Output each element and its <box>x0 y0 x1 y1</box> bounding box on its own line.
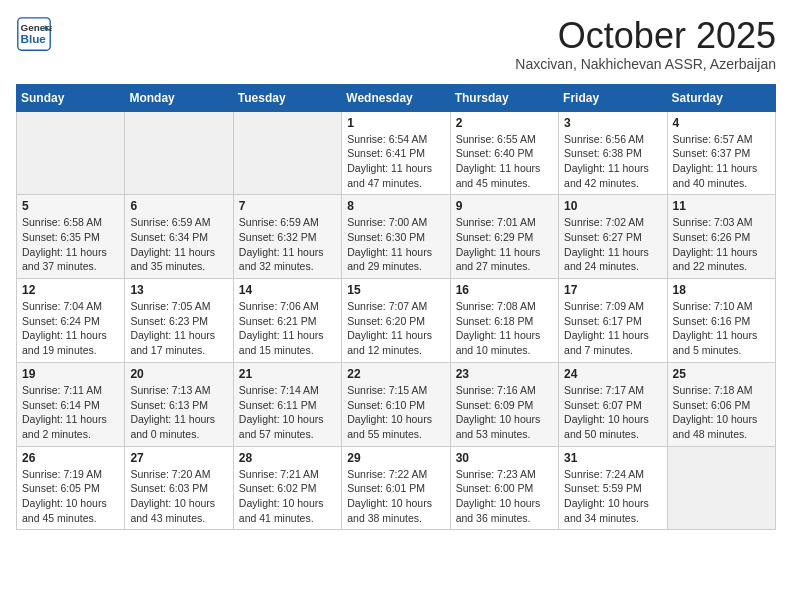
day-content: Sunrise: 7:24 AM Sunset: 5:59 PM Dayligh… <box>564 467 661 526</box>
calendar-cell: 9Sunrise: 7:01 AM Sunset: 6:29 PM Daylig… <box>450 195 558 279</box>
calendar-cell: 6Sunrise: 6:59 AM Sunset: 6:34 PM Daylig… <box>125 195 233 279</box>
day-content: Sunrise: 6:54 AM Sunset: 6:41 PM Dayligh… <box>347 132 444 191</box>
day-number: 29 <box>347 451 444 465</box>
day-number: 7 <box>239 199 336 213</box>
calendar-cell: 15Sunrise: 7:07 AM Sunset: 6:20 PM Dayli… <box>342 279 450 363</box>
calendar-cell: 10Sunrise: 7:02 AM Sunset: 6:27 PM Dayli… <box>559 195 667 279</box>
day-number: 26 <box>22 451 119 465</box>
calendar-week-row: 12Sunrise: 7:04 AM Sunset: 6:24 PM Dayli… <box>17 279 776 363</box>
day-content: Sunrise: 7:11 AM Sunset: 6:14 PM Dayligh… <box>22 383 119 442</box>
weekday-label: Saturday <box>667 84 775 111</box>
calendar-cell: 1Sunrise: 6:54 AM Sunset: 6:41 PM Daylig… <box>342 111 450 195</box>
weekday-label: Monday <box>125 84 233 111</box>
weekday-header-row: SundayMondayTuesdayWednesdayThursdayFrid… <box>17 84 776 111</box>
calendar-cell: 2Sunrise: 6:55 AM Sunset: 6:40 PM Daylig… <box>450 111 558 195</box>
page-header: General Blue October 2025 Naxcivan, Nakh… <box>16 16 776 72</box>
day-content: Sunrise: 7:18 AM Sunset: 6:06 PM Dayligh… <box>673 383 770 442</box>
day-content: Sunrise: 7:06 AM Sunset: 6:21 PM Dayligh… <box>239 299 336 358</box>
day-content: Sunrise: 7:15 AM Sunset: 6:10 PM Dayligh… <box>347 383 444 442</box>
calendar-cell: 25Sunrise: 7:18 AM Sunset: 6:06 PM Dayli… <box>667 362 775 446</box>
calendar-cell <box>17 111 125 195</box>
calendar-cell: 19Sunrise: 7:11 AM Sunset: 6:14 PM Dayli… <box>17 362 125 446</box>
calendar-table: SundayMondayTuesdayWednesdayThursdayFrid… <box>16 84 776 531</box>
calendar-cell <box>233 111 341 195</box>
calendar-cell: 29Sunrise: 7:22 AM Sunset: 6:01 PM Dayli… <box>342 446 450 530</box>
day-content: Sunrise: 7:20 AM Sunset: 6:03 PM Dayligh… <box>130 467 227 526</box>
day-number: 6 <box>130 199 227 213</box>
day-content: Sunrise: 7:04 AM Sunset: 6:24 PM Dayligh… <box>22 299 119 358</box>
day-number: 11 <box>673 199 770 213</box>
calendar-cell: 8Sunrise: 7:00 AM Sunset: 6:30 PM Daylig… <box>342 195 450 279</box>
weekday-label: Friday <box>559 84 667 111</box>
calendar-cell: 23Sunrise: 7:16 AM Sunset: 6:09 PM Dayli… <box>450 362 558 446</box>
day-content: Sunrise: 6:59 AM Sunset: 6:34 PM Dayligh… <box>130 215 227 274</box>
calendar-cell: 28Sunrise: 7:21 AM Sunset: 6:02 PM Dayli… <box>233 446 341 530</box>
day-content: Sunrise: 7:14 AM Sunset: 6:11 PM Dayligh… <box>239 383 336 442</box>
day-content: Sunrise: 6:56 AM Sunset: 6:38 PM Dayligh… <box>564 132 661 191</box>
svg-text:Blue: Blue <box>21 32 47 45</box>
day-number: 24 <box>564 367 661 381</box>
day-content: Sunrise: 6:55 AM Sunset: 6:40 PM Dayligh… <box>456 132 553 191</box>
day-number: 3 <box>564 116 661 130</box>
day-content: Sunrise: 7:08 AM Sunset: 6:18 PM Dayligh… <box>456 299 553 358</box>
day-number: 22 <box>347 367 444 381</box>
day-number: 12 <box>22 283 119 297</box>
day-number: 9 <box>456 199 553 213</box>
day-number: 8 <box>347 199 444 213</box>
day-content: Sunrise: 7:16 AM Sunset: 6:09 PM Dayligh… <box>456 383 553 442</box>
day-content: Sunrise: 7:22 AM Sunset: 6:01 PM Dayligh… <box>347 467 444 526</box>
day-content: Sunrise: 7:03 AM Sunset: 6:26 PM Dayligh… <box>673 215 770 274</box>
day-number: 15 <box>347 283 444 297</box>
calendar-cell: 14Sunrise: 7:06 AM Sunset: 6:21 PM Dayli… <box>233 279 341 363</box>
calendar-cell: 31Sunrise: 7:24 AM Sunset: 5:59 PM Dayli… <box>559 446 667 530</box>
day-content: Sunrise: 6:57 AM Sunset: 6:37 PM Dayligh… <box>673 132 770 191</box>
day-number: 16 <box>456 283 553 297</box>
calendar-cell: 18Sunrise: 7:10 AM Sunset: 6:16 PM Dayli… <box>667 279 775 363</box>
calendar-cell: 3Sunrise: 6:56 AM Sunset: 6:38 PM Daylig… <box>559 111 667 195</box>
day-content: Sunrise: 7:17 AM Sunset: 6:07 PM Dayligh… <box>564 383 661 442</box>
weekday-label: Wednesday <box>342 84 450 111</box>
calendar-cell: 24Sunrise: 7:17 AM Sunset: 6:07 PM Dayli… <box>559 362 667 446</box>
calendar-cell: 4Sunrise: 6:57 AM Sunset: 6:37 PM Daylig… <box>667 111 775 195</box>
logo: General Blue <box>16 16 52 52</box>
day-number: 31 <box>564 451 661 465</box>
day-number: 25 <box>673 367 770 381</box>
day-number: 20 <box>130 367 227 381</box>
day-content: Sunrise: 7:00 AM Sunset: 6:30 PM Dayligh… <box>347 215 444 274</box>
day-number: 13 <box>130 283 227 297</box>
day-content: Sunrise: 7:05 AM Sunset: 6:23 PM Dayligh… <box>130 299 227 358</box>
weekday-label: Sunday <box>17 84 125 111</box>
calendar-cell <box>667 446 775 530</box>
calendar-cell: 26Sunrise: 7:19 AM Sunset: 6:05 PM Dayli… <box>17 446 125 530</box>
day-content: Sunrise: 7:07 AM Sunset: 6:20 PM Dayligh… <box>347 299 444 358</box>
day-number: 10 <box>564 199 661 213</box>
day-content: Sunrise: 7:02 AM Sunset: 6:27 PM Dayligh… <box>564 215 661 274</box>
day-number: 14 <box>239 283 336 297</box>
calendar-cell: 11Sunrise: 7:03 AM Sunset: 6:26 PM Dayli… <box>667 195 775 279</box>
calendar-cell: 5Sunrise: 6:58 AM Sunset: 6:35 PM Daylig… <box>17 195 125 279</box>
day-number: 30 <box>456 451 553 465</box>
day-number: 1 <box>347 116 444 130</box>
location: Naxcivan, Nakhichevan ASSR, Azerbaijan <box>515 56 776 72</box>
day-content: Sunrise: 6:59 AM Sunset: 6:32 PM Dayligh… <box>239 215 336 274</box>
day-content: Sunrise: 7:10 AM Sunset: 6:16 PM Dayligh… <box>673 299 770 358</box>
day-number: 4 <box>673 116 770 130</box>
calendar-week-row: 19Sunrise: 7:11 AM Sunset: 6:14 PM Dayli… <box>17 362 776 446</box>
day-number: 23 <box>456 367 553 381</box>
day-number: 28 <box>239 451 336 465</box>
calendar-week-row: 26Sunrise: 7:19 AM Sunset: 6:05 PM Dayli… <box>17 446 776 530</box>
day-content: Sunrise: 7:13 AM Sunset: 6:13 PM Dayligh… <box>130 383 227 442</box>
calendar-cell <box>125 111 233 195</box>
calendar-cell: 17Sunrise: 7:09 AM Sunset: 6:17 PM Dayli… <box>559 279 667 363</box>
calendar-cell: 20Sunrise: 7:13 AM Sunset: 6:13 PM Dayli… <box>125 362 233 446</box>
calendar-cell: 7Sunrise: 6:59 AM Sunset: 6:32 PM Daylig… <box>233 195 341 279</box>
calendar-cell: 13Sunrise: 7:05 AM Sunset: 6:23 PM Dayli… <box>125 279 233 363</box>
day-number: 2 <box>456 116 553 130</box>
day-content: Sunrise: 7:23 AM Sunset: 6:00 PM Dayligh… <box>456 467 553 526</box>
day-content: Sunrise: 7:01 AM Sunset: 6:29 PM Dayligh… <box>456 215 553 274</box>
calendar-week-row: 5Sunrise: 6:58 AM Sunset: 6:35 PM Daylig… <box>17 195 776 279</box>
day-content: Sunrise: 7:09 AM Sunset: 6:17 PM Dayligh… <box>564 299 661 358</box>
weekday-label: Tuesday <box>233 84 341 111</box>
logo-icon: General Blue <box>16 16 52 52</box>
calendar-cell: 27Sunrise: 7:20 AM Sunset: 6:03 PM Dayli… <box>125 446 233 530</box>
